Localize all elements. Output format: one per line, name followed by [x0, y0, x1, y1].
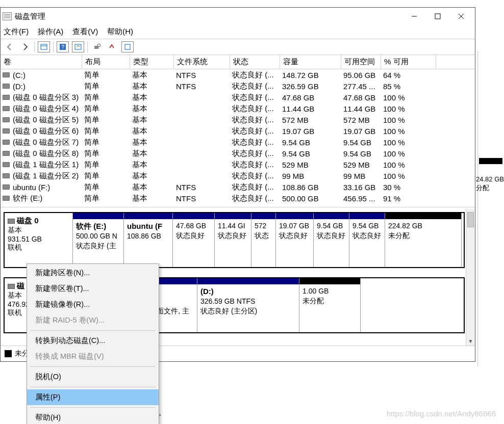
table-row[interactable]: ubuntu (F:)简单基本NTFS状态良好 (...108.86 GB33.…	[1, 181, 475, 193]
col-header-layout[interactable]: 布局	[82, 55, 130, 69]
app-icon	[3, 12, 12, 20]
menu-item[interactable]: 属性(P)	[27, 389, 159, 405]
volume-icon	[3, 72, 10, 77]
volume-icon	[3, 95, 10, 100]
menu-item[interactable]: 新建镜像卷(R)...	[27, 297, 159, 312]
partition-block[interactable]: 9.54 GB状态良好	[314, 213, 349, 267]
disk-icon	[8, 284, 15, 289]
disk-label-0[interactable]: 磁盘 0 基本 931.51 GB 联机	[5, 213, 73, 267]
disk-context-menu[interactable]: 新建跨区卷(N)...新建带区卷(T)...新建镜像卷(R)...新建 RAID…	[27, 263, 159, 424]
menu-item: 转换成 MBR 磁盘(V)	[27, 349, 159, 364]
volume-icon	[3, 162, 10, 167]
volume-icon	[3, 173, 10, 178]
table-row[interactable]: (磁盘 0 磁盘分区 5)简单基本状态良好 (...572 MB572 MB10…	[1, 114, 475, 125]
table-row[interactable]: (磁盘 0 磁盘分区 6)简单基本状态良好 (...19.07 GB19.07 …	[1, 125, 475, 137]
table-row[interactable]: (D:)简单基本NTFS状态良好 (...326.59 GB277.45 ...…	[1, 81, 475, 92]
col-header-status[interactable]: 状态	[230, 55, 280, 69]
tool-3[interactable]	[121, 41, 134, 52]
volume-list-header: 卷 布局 类型 文件系统 状态 容量 可用空间 % 可用	[1, 55, 475, 69]
menubar: 文件(F) 操作(A) 查看(V) 帮助(H)	[1, 25, 475, 39]
menu-item[interactable]: 脱机(O)	[27, 369, 159, 385]
partition-block[interactable]: 9.54 GB状态良好	[349, 213, 385, 267]
volume-icon	[3, 184, 10, 190]
menu-file[interactable]: 文件(F)	[4, 27, 29, 37]
table-row[interactable]: (磁盘 1 磁盘分区 2)简单基本状态良好 (...99 MB99 MB100 …	[1, 170, 475, 181]
col-header-free[interactable]: 可用空间	[341, 55, 381, 69]
table-row[interactable]: (磁盘 1 磁盘分区 1)简单基本状态良好 (...529 MB529 MB10…	[1, 159, 475, 170]
legend-swatch-unallocated	[5, 350, 12, 357]
titlebar[interactable]: 磁盘管理	[1, 8, 475, 25]
svg-rect-1	[435, 14, 440, 19]
table-row[interactable]: 软件 (E:)简单基本NTFS状态良好 (...500.00 GB456.95 …	[1, 193, 475, 204]
col-header-pct[interactable]: % 可用	[381, 55, 436, 69]
refresh-button[interactable]	[72, 41, 84, 52]
col-header-type[interactable]: 类型	[130, 55, 174, 69]
partition-block[interactable]: 47.68 GB状态良好	[173, 213, 215, 267]
minimize-button[interactable]	[402, 9, 426, 24]
close-button[interactable]	[449, 9, 473, 24]
svg-text:?: ?	[61, 44, 64, 50]
col-header-volume[interactable]: 卷	[1, 55, 82, 69]
partition-block[interactable]: (D:)326.59 GB NTFS状态良好 (主分区)	[197, 278, 299, 332]
svg-point-10	[97, 44, 100, 47]
table-row[interactable]: (磁盘 0 磁盘分区 4)简单基本状态良好 (...11.44 GB11.44 …	[1, 103, 475, 114]
table-row[interactable]: (磁盘 0 磁盘分区 3)简单基本状态良好 (...47.68 GB47.68 …	[1, 92, 475, 103]
menu-item[interactable]: 新建跨区卷(N)...	[27, 265, 159, 281]
partition-block[interactable]: 224.82 GB未分配	[385, 213, 462, 267]
maximize-button[interactable]	[426, 9, 449, 24]
toolbar: ?	[1, 39, 475, 55]
volume-icon	[3, 196, 10, 201]
volume-icon	[3, 140, 10, 145]
back-button[interactable]	[4, 41, 16, 52]
volume-icon	[3, 106, 10, 111]
volume-icon	[3, 151, 10, 156]
volume-list[interactable]: (C:)简单基本NTFS状态良好 (...148.72 GB95.06 GB64…	[1, 69, 475, 204]
volume-icon	[3, 84, 10, 89]
svg-rect-11	[125, 44, 130, 49]
watermark: https://blog.csdn.net/Andy86666	[387, 409, 496, 418]
volume-icon	[3, 128, 10, 134]
menu-help[interactable]: 帮助(H)	[107, 27, 133, 37]
background-window-edge: 24.82 GB 分配	[477, 51, 504, 367]
table-row[interactable]: (磁盘 0 磁盘分区 8)简单基本状态良好 (...9.54 GB9.54 GB…	[1, 148, 475, 159]
volume-icon	[3, 117, 10, 122]
menu-action[interactable]: 操作(A)	[38, 27, 63, 37]
disk-icon	[8, 219, 15, 224]
vertical-scrollbar[interactable]: ▲ ▼	[466, 209, 475, 346]
menu-item[interactable]: 转换到动态磁盘(C)...	[27, 333, 159, 349]
menu-view[interactable]: 查看(V)	[72, 27, 98, 37]
forward-button[interactable]	[19, 41, 31, 52]
partition-block[interactable]: 572状态	[251, 213, 276, 267]
help-button[interactable]: ?	[57, 41, 69, 52]
menu-item[interactable]: 新建带区卷(T)...	[27, 281, 159, 297]
menu-item: 新建 RAID-5 卷(W)...	[27, 312, 159, 328]
svg-rect-4	[41, 44, 47, 49]
window-title: 磁盘管理	[15, 12, 402, 21]
partition-block[interactable]: 软件 (E:)500.00 GB N状态良好 (主	[73, 213, 124, 267]
partition-block[interactable]: 11.44 GI状态良好	[215, 213, 251, 267]
tool-1[interactable]	[91, 41, 103, 52]
col-header-capacity[interactable]: 容量	[280, 55, 341, 69]
table-row[interactable]: (C:)简单基本NTFS状态良好 (...148.72 GB95.06 GB64…	[1, 69, 475, 81]
scroll-down-icon[interactable]: ▼	[466, 336, 475, 346]
scroll-thumb[interactable]	[467, 212, 474, 227]
tool-2[interactable]	[106, 41, 118, 52]
menu-item[interactable]: 帮助(H)	[27, 410, 159, 424]
partition-block[interactable]: ubuntu (F108.86 GB	[124, 213, 173, 267]
partition-block[interactable]: 1.00 GB未分配	[299, 278, 361, 332]
partition-block[interactable]: 19.07 GB状态良好	[276, 213, 314, 267]
disk-row-0[interactable]: 磁盘 0 基本 931.51 GB 联机 软件 (E:)500.00 GB N状…	[4, 212, 465, 268]
table-row[interactable]: (磁盘 0 磁盘分区 7)简单基本状态良好 (...9.54 GB9.54 GB…	[1, 137, 475, 148]
col-header-fs[interactable]: 文件系统	[174, 55, 230, 69]
view-button[interactable]	[38, 41, 50, 52]
